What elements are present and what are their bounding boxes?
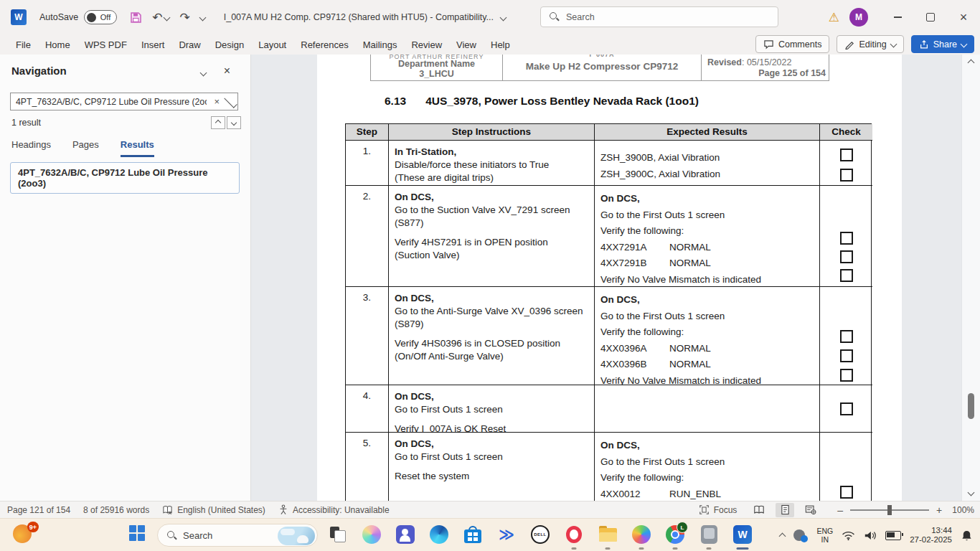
navigation-search-input[interactable] [11, 97, 209, 107]
focus-button[interactable]: Focus [699, 504, 738, 515]
tab-home[interactable]: Home [38, 35, 77, 55]
save-icon[interactable] [130, 11, 142, 24]
close-button[interactable]: × [947, 0, 980, 34]
start-button[interactable] [123, 520, 151, 550]
tab-pages[interactable]: Pages [72, 139, 99, 157]
tab-insert[interactable]: Insert [134, 35, 172, 55]
autosave-toggle[interactable]: Off [84, 10, 117, 24]
avatar[interactable]: M [849, 8, 868, 27]
checkbox[interactable] [840, 349, 853, 362]
microsoft-store-button[interactable] [459, 520, 486, 550]
minimize-button[interactable] [881, 0, 914, 34]
teams-button[interactable] [392, 520, 419, 550]
chrome-button[interactable]: L [661, 520, 689, 550]
tab-view[interactable]: View [449, 35, 484, 55]
redo-icon[interactable]: ↷ [179, 11, 189, 24]
task-view-button[interactable] [324, 520, 352, 550]
msn-button[interactable] [628, 520, 655, 550]
file-explorer-button[interactable] [594, 520, 621, 550]
language-indicator[interactable]: English (United States) [162, 505, 265, 515]
checkbox[interactable] [840, 149, 853, 161]
instruction-line: Verify 4HS7291 is in OPEN position [395, 236, 588, 249]
read-mode-button[interactable] [750, 503, 768, 517]
page-indicator[interactable]: Page 121 of 154 [7, 505, 70, 515]
tab-draw[interactable]: Draw [171, 35, 207, 55]
tab-wps-pdf[interactable]: WPS PDF [77, 35, 134, 55]
checkbox[interactable] [840, 369, 853, 382]
quick-access-more-icon[interactable] [199, 14, 206, 21]
vertical-scrollbar[interactable] [961, 55, 980, 501]
quick-access-toolbar: ↶ ↷ [130, 11, 205, 24]
checkbox[interactable] [840, 330, 853, 343]
checkbox[interactable] [840, 169, 853, 182]
chevron-up-icon [215, 120, 221, 126]
tab-file[interactable]: File [9, 35, 38, 55]
zoom-out-button[interactable]: – [837, 505, 843, 515]
instruction-line: (These are digital trips) [395, 171, 588, 184]
tag-name: 4XX7291A [600, 241, 669, 254]
table-row: 1. In Tri-Station, Disable/force these i… [346, 141, 871, 186]
print-layout-button[interactable] [776, 503, 794, 517]
previous-result-button[interactable] [211, 116, 225, 129]
tab-references[interactable]: References [293, 35, 355, 55]
tab-review[interactable]: Review [404, 35, 449, 55]
document-page[interactable]: PORT ARTHUR REFINERY Department Name 3_L… [317, 55, 902, 501]
web-layout-button[interactable] [801, 503, 820, 517]
editing-button[interactable]: Editing [837, 35, 903, 53]
undo-button[interactable]: ↶ [152, 11, 169, 24]
checkbox[interactable] [840, 250, 853, 263]
share-button[interactable]: Share [911, 35, 974, 53]
zoom-slider-thumb[interactable] [887, 505, 892, 515]
tab-help[interactable]: Help [484, 35, 517, 55]
volume-icon[interactable] [864, 530, 877, 541]
battery-charging-icon[interactable] [885, 531, 901, 540]
language-switcher[interactable]: ENG IN [816, 527, 833, 544]
maximize-button[interactable] [914, 0, 947, 34]
copilot-button[interactable] [358, 520, 385, 550]
opera-button[interactable] [560, 520, 588, 550]
checkbox[interactable] [840, 402, 853, 415]
word-count[interactable]: 8 of 25916 words [83, 505, 149, 515]
widgets-button[interactable]: 9+ [13, 524, 34, 546]
navigation-options-chevron-icon[interactable] [200, 70, 207, 77]
comments-button[interactable]: Comments [755, 35, 829, 53]
word-app-icon[interactable]: W [11, 9, 27, 25]
tab-layout[interactable]: Layout [251, 35, 293, 55]
zoom-in-button[interactable]: + [936, 505, 942, 515]
tab-headings[interactable]: Headings [11, 139, 51, 157]
clear-search-icon[interactable]: × [209, 96, 224, 107]
checkbox[interactable] [840, 232, 853, 245]
accessibility-status[interactable]: Accessibility: Unavailable [278, 504, 390, 515]
taskbar-search[interactable]: Search [157, 524, 318, 547]
notification-bell-icon[interactable] [961, 529, 973, 542]
tray-app-icon[interactable] [793, 528, 808, 542]
dell-button[interactable]: DELL [527, 520, 554, 550]
checkbox[interactable] [840, 486, 853, 499]
navigation-search-box[interactable]: × [10, 93, 238, 110]
clock[interactable]: 13:44 27-02-2025 [910, 526, 952, 545]
word-taskbar-button[interactable]: W [729, 520, 756, 550]
zoom-slider[interactable] [850, 509, 929, 511]
search-options-chevron-icon[interactable] [224, 95, 237, 108]
titlebar-search[interactable]: Search [540, 6, 778, 27]
instruction-line: Go to First Outs 1 screen [395, 451, 588, 463]
navigation-close-icon[interactable]: × [224, 65, 230, 77]
document-title[interactable]: I_007A MU H2 Comp. CP9712 (Shared with H… [224, 12, 506, 22]
tab-results[interactable]: Results [121, 139, 154, 157]
edge-button[interactable] [425, 520, 453, 550]
next-result-button[interactable] [227, 116, 241, 129]
scroll-down-icon[interactable] [968, 489, 975, 496]
table-row: 4. On DCS, Go to First Outs 1 screen Ver… [346, 385, 871, 433]
phone-link-button[interactable] [695, 520, 722, 550]
search-result-item[interactable]: 4PT_7632A/B/C, CP9712 Lube Oil Pressure … [10, 162, 240, 194]
tray-expand-chevron-icon[interactable] [779, 533, 786, 540]
scroll-up-icon[interactable] [968, 60, 975, 67]
warning-icon[interactable]: ⚠ [829, 10, 839, 25]
tab-design[interactable]: Design [208, 35, 251, 55]
tab-mailings[interactable]: Mailings [356, 35, 405, 55]
wifi-icon[interactable] [842, 530, 855, 541]
power-automate-button[interactable]: ≫ [493, 520, 520, 550]
scrollbar-thumb[interactable] [968, 393, 974, 419]
zoom-percent[interactable]: 100% [952, 505, 974, 515]
checkbox[interactable] [840, 269, 853, 282]
